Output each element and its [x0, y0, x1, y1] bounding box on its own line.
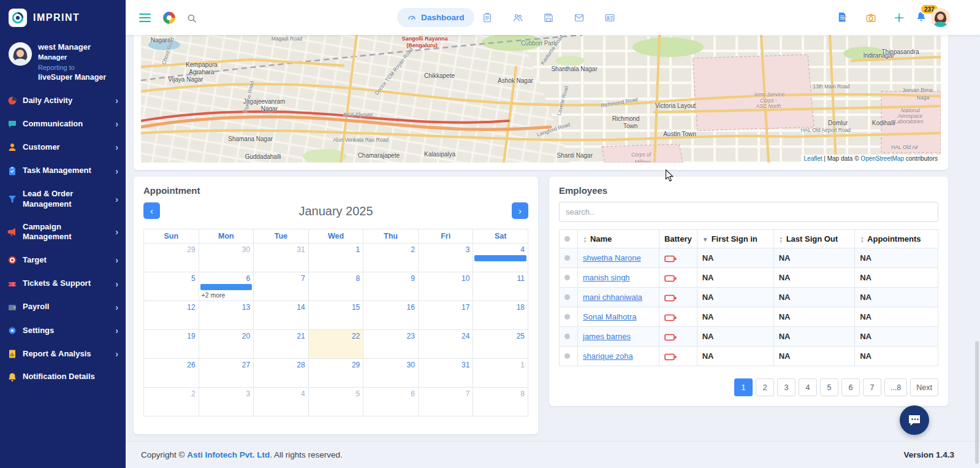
calendar-day-cell[interactable]: 23 [363, 330, 419, 359]
search-icon[interactable] [186, 13, 197, 24]
employee-row[interactable]: mani chhaniwalaNANANA [560, 288, 938, 307]
calendar-event-bar[interactable] [200, 284, 253, 290]
employee-name-link[interactable]: mani chhaniwala [583, 293, 642, 302]
sidebar-item-target[interactable]: Target› [0, 248, 126, 272]
calendar-day-cell[interactable]: 27 [199, 359, 254, 388]
calendar-day-cell[interactable]: 8 [309, 272, 364, 301]
team-users-icon[interactable] [512, 12, 523, 23]
calendar-day-cell[interactable]: 20 [199, 330, 254, 359]
calendar-day-cell[interactable]: 25 [473, 330, 528, 359]
calendar-prev-button[interactable]: ‹ [143, 202, 160, 219]
globe-orb-icon[interactable] [163, 12, 175, 24]
calendar-day-cell[interactable]: 12 [144, 301, 199, 330]
calendar-day-cell[interactable]: 31 [254, 244, 309, 272]
app-logo[interactable]: IMPRINT [0, 0, 126, 35]
leaflet-link[interactable]: Leaflet [804, 155, 822, 162]
calendar-day-cell[interactable]: 22 [309, 330, 364, 359]
calendar-more-link[interactable]: +2 more [202, 291, 226, 299]
sidebar-item-task-management[interactable]: Task Management› [0, 159, 126, 183]
column-header-name[interactable]: ▲▼Name [578, 230, 659, 248]
employee-name-link[interactable]: sharique zoha [583, 351, 633, 361]
document-edit-icon[interactable] [837, 12, 848, 23]
calendar-day-cell[interactable]: 15 [309, 301, 364, 330]
calendar-day-cell[interactable]: 26 [144, 359, 199, 388]
attendance-clipboard-icon[interactable] [482, 12, 493, 23]
topbar-avatar[interactable] [931, 8, 950, 27]
sidebar-item-notification-details[interactable]: Notification Details [0, 366, 126, 388]
pagination-next-button[interactable]: Next [910, 378, 938, 396]
dashboard-nav-button[interactable]: Dashboard [397, 8, 474, 27]
calendar-day-cell[interactable]: 14 [254, 301, 309, 330]
employee-name-link[interactable]: Sonal Malhotra [583, 312, 636, 321]
calendar-day-cell[interactable]: 11 [473, 272, 528, 301]
calendar-day-cell[interactable]: 6 [363, 388, 419, 416]
calendar-day-cell[interactable]: 7 [419, 388, 474, 416]
column-header-select[interactable] [560, 230, 578, 248]
calendar-day-cell[interactable]: 8 [473, 388, 528, 416]
employee-row[interactable]: james barnesNANANA [560, 327, 938, 347]
employee-row[interactable]: Sonal MalhotraNANANA [560, 307, 938, 327]
calendar-day-cell[interactable]: 13 [199, 301, 254, 330]
calendar-day-cell[interactable]: 17 [419, 301, 474, 330]
calendar-day-cell[interactable]: 31 [419, 359, 474, 388]
calendar-day-cell[interactable]: 2 [144, 388, 199, 416]
calendar-day-cell[interactable]: 21 [254, 330, 309, 359]
calendar-day-cell[interactable]: 4 [254, 388, 309, 416]
calendar-day-cell[interactable]: 1 [309, 244, 364, 272]
company-link[interactable]: Asti Infotech Pvt. Ltd [187, 450, 270, 459]
sidebar-item-report-analysis[interactable]: Report & Analysis› [0, 342, 126, 366]
column-header-last-sign-out[interactable]: ▲▼Last Sign Out [773, 230, 854, 248]
save-floppy-icon[interactable] [543, 12, 554, 23]
calendar-day-cell[interactable]: 6+2 more [199, 272, 254, 301]
sidebar-item-payroll[interactable]: Payroll› [0, 296, 126, 319]
page-scrollbar-thumb[interactable] [975, 341, 979, 464]
calendar-day-cell[interactable]: 7 [254, 272, 309, 301]
calendar-day-cell[interactable]: 10 [419, 272, 474, 301]
calendar-day-cell[interactable]: 30 [363, 359, 419, 388]
sort-icon[interactable]: ▲▼ [583, 236, 587, 244]
calendar-event-bar[interactable] [474, 255, 526, 261]
column-header-appointments[interactable]: ▲▼Appointments [855, 230, 938, 248]
sort-icon[interactable]: ▲▼ [779, 236, 783, 244]
camera-icon[interactable] [865, 12, 876, 23]
employee-row[interactable]: manish singhNANANA [560, 268, 938, 288]
integration-icon[interactable] [894, 12, 905, 23]
pagination-page-1[interactable]: 1 [734, 378, 753, 396]
pagination-page-6[interactable]: 6 [841, 378, 860, 396]
chat-fab-button[interactable] [900, 405, 929, 435]
openstreetmap-link[interactable]: OpenStreetMap [860, 155, 904, 162]
sidebar-item-tickets-support[interactable]: Tickets & Support› [0, 272, 126, 296]
employee-name-link[interactable]: james barnes [583, 332, 631, 341]
employee-name-link[interactable]: manish singh [583, 273, 630, 282]
sidebar-item-lead-order-management[interactable]: Lead & Order Management› [0, 183, 126, 216]
hamburger-menu-icon[interactable] [139, 13, 151, 25]
calendar-day-cell[interactable]: 5 [144, 272, 199, 301]
employee-row[interactable]: shwetha NaroneNANANA [560, 248, 938, 268]
calendar-next-button[interactable]: › [512, 202, 528, 219]
pagination-page-8[interactable]: ...8 [884, 378, 907, 396]
sidebar-item-campaign-management[interactable]: Campaign Management› [0, 216, 126, 249]
pagination-page-3[interactable]: 3 [777, 378, 796, 396]
sidebar-item-customer[interactable]: Customer› [0, 136, 126, 159]
calendar-day-cell[interactable]: 30 [199, 244, 254, 272]
pagination-page-4[interactable]: 4 [799, 378, 817, 396]
calendar-day-cell[interactable]: 29 [144, 244, 199, 272]
calendar-day-cell[interactable]: 4 [473, 244, 528, 272]
pagination-page-7[interactable]: 7 [863, 378, 881, 396]
calendar-day-cell[interactable]: 1 [473, 359, 528, 388]
calendar-day-cell[interactable]: 29 [309, 359, 364, 388]
sidebar-item-communication[interactable]: Communication› [0, 112, 126, 136]
calendar-day-cell[interactable]: 2 [363, 244, 419, 272]
column-header-battery[interactable]: Battery [659, 230, 697, 248]
id-card-icon[interactable] [604, 12, 615, 23]
employee-name-link[interactable]: shwetha Narone [583, 253, 641, 263]
employee-row[interactable]: sharique zohaNANANA [560, 347, 938, 366]
calendar-day-cell[interactable]: 5 [309, 388, 364, 416]
sidebar-item-settings[interactable]: Settings› [0, 319, 126, 342]
leaflet-map[interactable]: NagaraMagadi RoadSangolli Rayanna(Bengal… [141, 35, 941, 163]
mail-icon[interactable] [574, 12, 585, 23]
sort-desc-icon[interactable]: ▼ [702, 237, 708, 243]
sidebar-item-daily-activity[interactable]: Daily Activity› [0, 89, 126, 112]
sort-icon[interactable]: ▲▼ [860, 236, 864, 244]
pagination-page-2[interactable]: 2 [756, 378, 774, 396]
